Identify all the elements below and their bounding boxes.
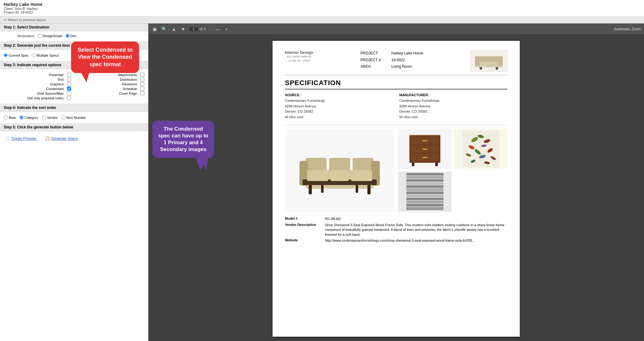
distribution-checkbox[interactable] bbox=[140, 77, 144, 81]
step5-header: Step 5: Click the generate button below bbox=[0, 123, 148, 131]
svg-rect-16 bbox=[356, 185, 358, 193]
proposal-notes-label: Use only proposal notes: bbox=[4, 96, 66, 100]
pdf-search-button[interactable]: 🔍 bbox=[160, 26, 168, 32]
pdf-page-info: of 5 bbox=[189, 27, 206, 32]
multiple-specs-option[interactable]: Multiple Specs bbox=[32, 53, 59, 57]
area-row: AREA: Living Room bbox=[361, 63, 423, 70]
fabric-stripe-svg bbox=[406, 173, 443, 210]
svg-rect-29 bbox=[435, 162, 438, 166]
omit-source-checkbox[interactable] bbox=[67, 91, 71, 95]
project-value: Harkey Lake Home bbox=[392, 50, 423, 57]
area-label: AREA: bbox=[361, 63, 392, 70]
company-name: Interior Design bbox=[285, 50, 313, 55]
toggle-preview-label: Toggle Preview bbox=[11, 136, 36, 141]
option-cover-page: Cover Page: bbox=[77, 91, 145, 95]
svg-rect-44 bbox=[406, 173, 443, 175]
option-schedule: Schedule: bbox=[77, 87, 145, 91]
cover-page-checkbox[interactable] bbox=[140, 91, 144, 95]
sort-vendor[interactable]: Vendor bbox=[42, 115, 58, 119]
sort-category[interactable]: Category bbox=[19, 115, 38, 119]
destination-doc-radio[interactable] bbox=[66, 34, 70, 38]
revisions-checkbox[interactable] bbox=[140, 82, 144, 86]
condensed-label: Condensed: bbox=[4, 87, 66, 91]
destination-doc[interactable]: Doc bbox=[66, 34, 77, 38]
current-spec-radio[interactable] bbox=[4, 53, 8, 57]
svg-rect-17 bbox=[307, 170, 328, 181]
project-num-label: PROJECT #: bbox=[361, 57, 392, 64]
svg-rect-5 bbox=[496, 67, 498, 70]
return-link[interactable]: Return to previous layout bbox=[4, 18, 46, 22]
destination-designsmart-radio[interactable] bbox=[38, 34, 42, 38]
project-num-row: PROJECT #: 19-0022 bbox=[361, 57, 423, 64]
svg-rect-45 bbox=[406, 176, 443, 179]
svg-rect-21 bbox=[409, 135, 440, 136]
current-spec-option[interactable]: Current Spec bbox=[4, 53, 29, 57]
toggle-preview-button[interactable]: 📄 Toggle Preview bbox=[4, 136, 37, 142]
company-address1: 601 South Hellenne bbox=[285, 55, 313, 59]
images-section bbox=[285, 129, 507, 212]
sort-order-options: Area Category Vendor Item Number bbox=[4, 114, 144, 121]
pdf-zoom-in[interactable]: + bbox=[224, 26, 229, 32]
svg-rect-28 bbox=[412, 162, 414, 166]
destination-designsmart[interactable]: DesignSmart bbox=[38, 34, 62, 38]
condensed-checkbox[interactable] bbox=[67, 87, 71, 91]
pdf-page-total: 5 bbox=[204, 27, 206, 31]
source-web: W cfinc.com bbox=[285, 114, 393, 120]
pdf-prev-page[interactable]: ▲ bbox=[171, 26, 177, 32]
destination-row: Destination: DesignSmart Doc bbox=[4, 34, 144, 38]
pdf-page-of: of bbox=[200, 27, 203, 31]
secondary-image-fabric2 bbox=[398, 171, 451, 212]
pdf-page-input[interactable] bbox=[189, 27, 198, 32]
left-panel: Step 1: Select Destination Destination: … bbox=[0, 24, 148, 341]
spec-title: SPECIFICATION bbox=[285, 79, 507, 89]
mfr-company: Contemporary Furnishings bbox=[399, 98, 507, 104]
generate-specs-button[interactable]: 📋 Generate Specs bbox=[44, 136, 79, 142]
sort-item-number[interactable]: Item Number bbox=[61, 115, 86, 119]
mfr-web: W cfinc.com bbox=[399, 114, 507, 120]
bubble-red: Select Condensed to View the Condensed s… bbox=[71, 41, 139, 73]
sort-area[interactable]: Area bbox=[4, 115, 16, 119]
text-checkbox[interactable] bbox=[67, 77, 71, 81]
attachments-checkbox[interactable] bbox=[140, 73, 144, 77]
multiple-specs-radio[interactable] bbox=[32, 53, 36, 57]
svg-rect-53 bbox=[406, 201, 443, 203]
sort-category-radio[interactable] bbox=[19, 115, 23, 119]
svg-rect-27 bbox=[422, 157, 427, 158]
svg-rect-14 bbox=[367, 185, 371, 194]
toggle-preview-icon: 📄 bbox=[5, 136, 10, 141]
step5-section: 📄 Toggle Preview 📋 Generate Specs bbox=[0, 131, 148, 144]
pdf-page-header: Interior Design 601 South Hellenne Local… bbox=[285, 50, 507, 75]
step3-section: Preamble: Attachments: Text: bbox=[0, 69, 148, 104]
sort-area-radio[interactable] bbox=[4, 115, 8, 119]
option-preamble: Preamble: bbox=[4, 73, 71, 77]
proposal-notes-checkbox[interactable] bbox=[67, 96, 71, 100]
pdf-zoom-out[interactable]: — bbox=[214, 26, 221, 32]
graphics-checkbox[interactable] bbox=[67, 82, 71, 86]
svg-rect-51 bbox=[406, 195, 443, 197]
sort-vendor-radio[interactable] bbox=[42, 115, 46, 119]
vendor-desc-value: Shop Sherwood 3-Seat Exposed Wood Frame … bbox=[325, 223, 507, 237]
pdf-next-page[interactable]: ▼ bbox=[180, 26, 187, 32]
svg-rect-47 bbox=[406, 182, 443, 185]
svg-rect-55 bbox=[406, 207, 443, 210]
model-label: Model # bbox=[285, 217, 325, 221]
vendor-desc-label: Vendor Description bbox=[285, 223, 325, 237]
bubble-purple: The Condensed spec can have up to 1 Prim… bbox=[152, 121, 214, 158]
pdf-content[interactable]: Interior Design 601 South Hellenne Local… bbox=[148, 35, 644, 341]
source-address1: 9289 Hinson Avenue bbox=[285, 104, 393, 109]
option-revisions: Revisions: bbox=[77, 82, 145, 86]
preamble-label: Preamble: bbox=[4, 73, 66, 77]
pdf-sidebar-toggle[interactable]: ▣ bbox=[151, 26, 158, 32]
website-row: Website http://www.contemporaryfurnishin… bbox=[285, 238, 507, 243]
project-name-row: PROJECT: Harkey Lake Home bbox=[361, 50, 423, 57]
pdf-logo: Interior Design 601 South Hellenne Local… bbox=[285, 50, 313, 63]
schedule-checkbox[interactable] bbox=[140, 87, 144, 91]
option-text: Text: bbox=[4, 77, 71, 81]
vendor-desc-row: Vendor Description Shop Sherwood 3-Seat … bbox=[285, 223, 507, 237]
mfr-col: MANUFACTURER: Contemporary Furnishings 9… bbox=[399, 93, 507, 120]
text-label: Text: bbox=[4, 78, 66, 81]
step4-header: Step 4: Indicate the sort order bbox=[0, 104, 148, 112]
sort-item-number-radio[interactable] bbox=[61, 115, 66, 119]
pdf-separator: — bbox=[208, 27, 212, 31]
preamble-checkbox[interactable] bbox=[67, 73, 71, 77]
